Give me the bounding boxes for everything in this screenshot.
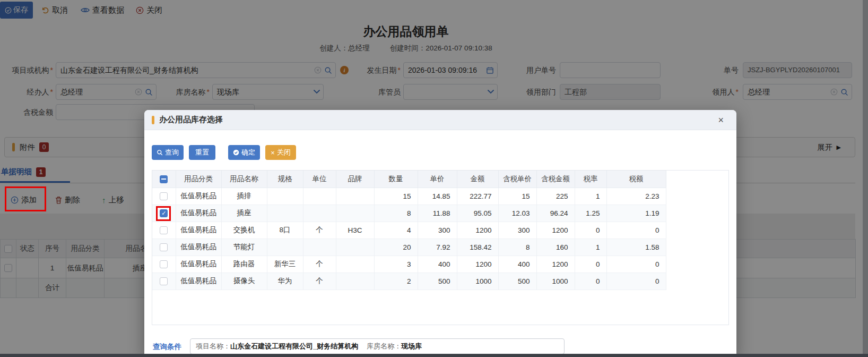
- cell: 15: [374, 188, 418, 205]
- col-amount: 金额: [457, 171, 498, 188]
- project-name-value: 山东金石建设工程有限公司_财务结算机构: [230, 342, 358, 350]
- cell: 2.23: [606, 188, 666, 205]
- cell: 158.42: [457, 239, 498, 256]
- cell: H3C: [336, 222, 374, 239]
- cell: 1.19: [606, 205, 666, 222]
- cell: 个: [303, 256, 336, 273]
- cell: 11.88: [418, 205, 457, 222]
- cell: 1200: [536, 222, 575, 239]
- inventory-row-selected: 低值易耗品 插座 8 11.88 95.05 12.03 96.24 1.25 …: [152, 205, 666, 222]
- cell: 95.05: [457, 205, 498, 222]
- dialog-title: 办公用品库存选择: [159, 115, 223, 125]
- cell: 4: [374, 222, 418, 239]
- cell: 低值易耗品: [176, 188, 221, 205]
- cell: [336, 239, 374, 256]
- cell: 225: [536, 188, 575, 205]
- cell: [303, 205, 336, 222]
- col-name: 用品名称: [221, 171, 267, 188]
- project-name-label: 项目名称：: [196, 342, 230, 350]
- cell: 300: [418, 222, 457, 239]
- search-icon: [157, 149, 163, 156]
- cell: 0: [606, 256, 666, 273]
- cell: 1000: [457, 273, 498, 290]
- col-tax-rate: 税率: [575, 171, 606, 188]
- cell: 300: [498, 222, 536, 239]
- cell: [267, 205, 303, 222]
- cell: 1: [575, 239, 606, 256]
- cell: 低值易耗品: [176, 273, 221, 290]
- cell: 400: [498, 256, 536, 273]
- cell: 222.77: [457, 188, 498, 205]
- row-checkbox[interactable]: [160, 277, 168, 285]
- dialog-close-button[interactable]: × 关闭: [265, 145, 296, 160]
- reset-button[interactable]: 重置: [189, 145, 215, 160]
- inventory-row: 低值易耗品 路由器 新华三 个 3 400 1200 400 1200 0 0: [152, 256, 666, 273]
- cell: 8口: [267, 222, 303, 239]
- confirm-button[interactable]: 确定: [228, 145, 260, 160]
- cell: 160: [536, 239, 575, 256]
- reset-label: 重置: [195, 148, 209, 157]
- cell: 2: [374, 273, 418, 290]
- warehouse-name-value: 现场库: [401, 342, 422, 350]
- row-checkbox[interactable]: [160, 226, 168, 234]
- cell: 20: [374, 239, 418, 256]
- dialog-close-icon[interactable]: ×: [718, 115, 724, 125]
- cell: 新华三: [267, 256, 303, 273]
- inventory-table: 用品分类 用品名称 规格 单位 品牌 数量 单价 金额 含税单价 含税金额 税率…: [152, 171, 666, 290]
- cell: 个: [303, 222, 336, 239]
- col-price: 单价: [418, 171, 457, 188]
- cell: 500: [498, 273, 536, 290]
- dialog-close-label: 关闭: [277, 148, 291, 157]
- check-circle-icon: [233, 149, 239, 156]
- col-tax: 税额: [606, 171, 666, 188]
- cell: 1.58: [606, 239, 666, 256]
- col-qty: 数量: [374, 171, 418, 188]
- row-checkbox[interactable]: [160, 192, 168, 200]
- window-bottom-edge: [0, 354, 868, 357]
- col-unit: 单位: [303, 171, 336, 188]
- cell: 0: [606, 273, 666, 290]
- select-all-checkbox[interactable]: [160, 175, 168, 183]
- cell: 个: [303, 273, 336, 290]
- inventory-row: 低值易耗品 交换机 8口 个 H3C 4 300 1200 300 1200 0…: [152, 222, 666, 239]
- inventory-row: 低值易耗品 插排 15 14.85 222.77 15 225 1 2.23: [152, 188, 666, 205]
- query-button[interactable]: 查询: [152, 145, 184, 160]
- col-tax-amount: 含税金额: [536, 171, 575, 188]
- col-spec: 规格: [267, 171, 303, 188]
- cell: 0: [575, 256, 606, 273]
- query-condition-box: 项目名称：山东金石建设工程有限公司_财务结算机构库房名称：现场库: [190, 338, 565, 354]
- cell: 12.03: [498, 205, 536, 222]
- cell: [303, 239, 336, 256]
- inventory-row: 低值易耗品 节能灯 20 7.92 158.42 8 160 1 1.58: [152, 239, 666, 256]
- annotation-selected-checkbox: [156, 206, 171, 221]
- inventory-row: 低值易耗品 摄像头 华为 个 2 500 1000 500 1000 0 0: [152, 273, 666, 290]
- cell: 0: [575, 222, 606, 239]
- cell: 500: [418, 273, 457, 290]
- inventory-header-row: 用品分类 用品名称 规格 单位 品牌 数量 单价 金额 含税单价 含税金额 税率…: [152, 171, 666, 188]
- cell: 低值易耗品: [176, 222, 221, 239]
- cell: 3: [374, 256, 418, 273]
- dialog-header: 办公用品库存选择 ×: [144, 110, 736, 130]
- cell: 1: [575, 188, 606, 205]
- cell: 低值易耗品: [176, 239, 221, 256]
- dialog-title-bar-icon: [152, 116, 154, 124]
- cell: [336, 256, 374, 273]
- confirm-label: 确定: [241, 148, 255, 157]
- cell: 96.24: [536, 205, 575, 222]
- warehouse-name-label: 库房名称：: [367, 342, 401, 350]
- cell: 华为: [267, 273, 303, 290]
- inventory-picker-dialog: 办公用品库存选择 × 查询 重置 确定 × 关闭 用品分类 用品名称: [144, 110, 736, 357]
- cell: [303, 188, 336, 205]
- cell: 摄像头: [221, 273, 267, 290]
- cell: 400: [418, 256, 457, 273]
- cell: 1200: [457, 256, 498, 273]
- cell: 8: [374, 205, 418, 222]
- cell: 7.92: [418, 239, 457, 256]
- cell: 低值易耗品: [176, 205, 221, 222]
- row-checkbox[interactable]: [160, 243, 168, 251]
- cell: 插座: [221, 205, 267, 222]
- query-label: 查询: [165, 148, 179, 157]
- cell: [267, 239, 303, 256]
- col-brand: 品牌: [336, 171, 374, 188]
- row-checkbox[interactable]: [160, 260, 168, 268]
